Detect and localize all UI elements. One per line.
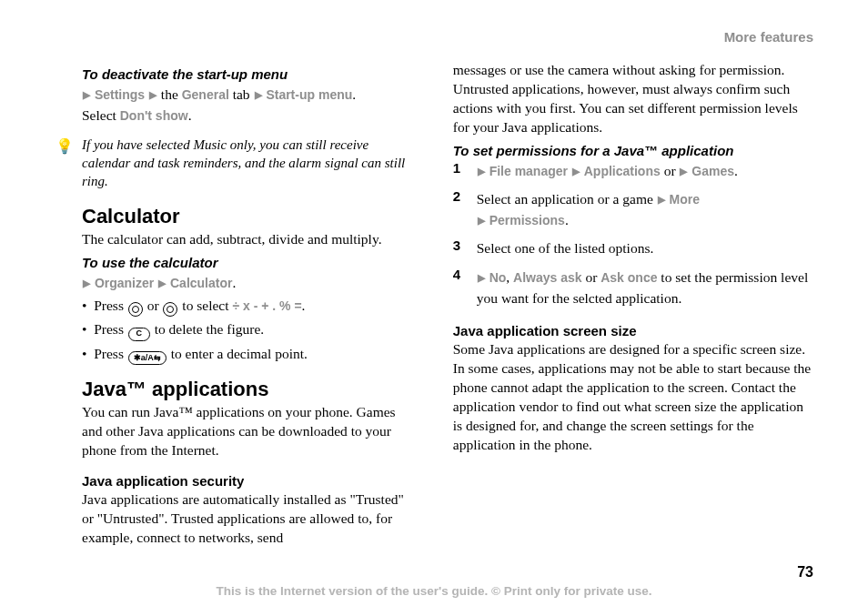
arrow-icon: ▶ [254, 89, 263, 100]
page-number: 73 [0, 564, 868, 581]
nav-calculator: Calculator [170, 276, 232, 290]
calculator-body: The calculator can add, subtract, divide… [82, 230, 417, 249]
arrow-icon: ▶ [679, 166, 688, 177]
text: tab [229, 86, 254, 102]
nav-organizer: Organizer [95, 276, 154, 290]
step-4: 4 ▶ No, Always ask or Ask once to set th… [453, 267, 813, 311]
nav-key-icon [128, 302, 143, 317]
text: to select [178, 298, 232, 313]
nav-more: More [670, 192, 700, 207]
calculator-path: ▶ Organizer ▶ Calculator. [82, 272, 417, 293]
heading-java-security: Java application security [82, 473, 417, 489]
footer: 73 This is the Internet version of the u… [0, 564, 868, 598]
lightbulb-icon: 💡 [55, 136, 75, 191]
text: Select [82, 107, 120, 123]
screen-size-body: Some Java applications are designed for … [453, 340, 813, 455]
columns: To deactivate the start-up menu ▶ Settin… [55, 61, 813, 552]
step-3: 3 Select one of the listed options. [453, 237, 813, 260]
footer-text: This is the Internet version of the user… [0, 584, 868, 598]
text: to delete the figure. [151, 321, 264, 337]
heading-screen-size: Java application screen size [453, 323, 813, 338]
text: . [188, 107, 192, 123]
nav-key-icon [163, 302, 177, 317]
nav-settings: Settings [95, 87, 145, 102]
arrow-icon: ▶ [157, 278, 167, 288]
text: Select an application or a game [477, 191, 657, 207]
text: or [582, 269, 601, 285]
page: More features To deactivate the start-up… [0, 0, 868, 616]
java-security-body: Java applications are automatically inst… [82, 490, 417, 548]
java-body: You can run Java™ applications on your p… [82, 403, 417, 460]
nav-general: General [182, 87, 229, 102]
step-number: 4 [453, 267, 473, 282]
calc-operators: ÷ x - + . % = [232, 298, 301, 313]
nav-ask-once: Ask once [601, 270, 657, 285]
step-number: 2 [453, 188, 473, 204]
nav-games: Games [691, 164, 734, 178]
heading-set-permissions: To set permissions for a Java™ applicati… [453, 143, 813, 158]
nav-applications: Applications [584, 164, 661, 178]
bullet-2: • Press C to delete the figure. [82, 318, 417, 340]
arrow-icon: ▶ [477, 215, 486, 226]
deactivate-path: ▶ Settings ▶ the General tab ▶ Start-up … [82, 84, 417, 126]
continuation-body: messages or use the camera without askin… [453, 61, 813, 137]
text: Press [94, 346, 127, 361]
text: to enter a decimal point. [167, 346, 308, 361]
heading-java-apps: Java™ applications [82, 378, 417, 401]
text: Press [94, 298, 127, 313]
bullet-3: • Press ✱a/A⇆ to enter a decimal point. [82, 343, 417, 365]
nav-always-ask: Always ask [513, 270, 582, 285]
text: , [506, 269, 513, 285]
nav-no: No [490, 270, 507, 285]
nav-dont-show: Don't show [120, 108, 188, 123]
heading-calculator: Calculator [82, 205, 417, 228]
text: Select one of the listed options. [477, 237, 812, 258]
left-column: To deactivate the start-up menu ▶ Settin… [55, 61, 417, 552]
heading-use-calculator: To use the calculator [82, 255, 417, 270]
nav-startup-menu: Start-up menu [266, 87, 352, 102]
heading-deactivate: To deactivate the start-up menu [82, 66, 417, 82]
text: Press [94, 321, 127, 337]
section-header: More features [55, 29, 813, 45]
arrow-icon: ▶ [657, 194, 666, 205]
arrow-icon: ▶ [148, 89, 157, 100]
nav-permissions: Permissions [490, 213, 565, 227]
text: or [661, 163, 680, 178]
arrow-icon: ▶ [571, 166, 580, 177]
step-1: 1 ▶ File manager ▶ Applications or ▶ Gam… [453, 160, 813, 183]
arrow-icon: ▶ [477, 272, 486, 283]
text: the [157, 86, 182, 102]
right-column: messages or use the camera without askin… [453, 61, 813, 552]
tip-text: If you have selected Music only, you can… [82, 136, 417, 191]
arrow-icon: ▶ [477, 166, 486, 177]
tip-block: 💡 If you have selected Music only, you c… [55, 136, 417, 191]
step-number: 1 [453, 160, 473, 176]
text: or [144, 298, 163, 313]
bullet-1: • Press or to select ÷ x - + . % =. [82, 295, 417, 317]
arrow-icon: ▶ [82, 89, 91, 100]
c-key-icon: C [128, 328, 150, 341]
arrow-icon: ▶ [82, 278, 91, 288]
nav-file-manager: File manager [490, 164, 568, 178]
step-2: 2 Select an application or a game ▶ More… [453, 188, 813, 233]
step-number: 3 [453, 237, 473, 253]
star-key-icon: ✱a/A⇆ [128, 351, 167, 365]
